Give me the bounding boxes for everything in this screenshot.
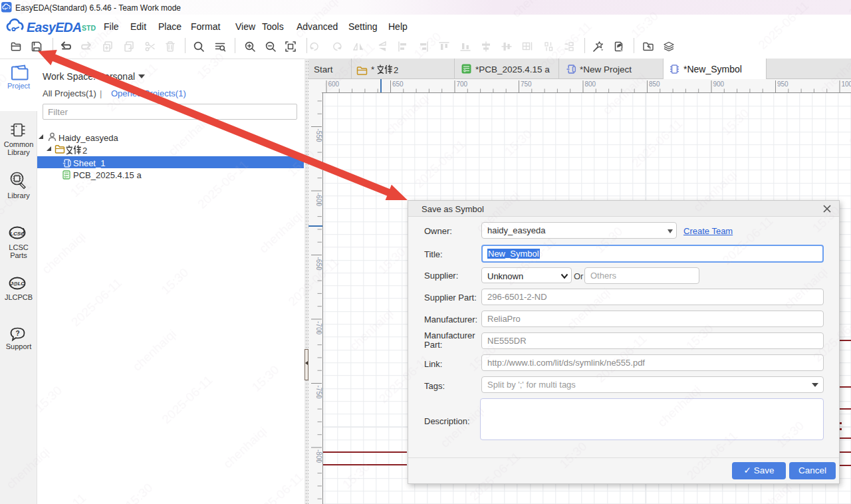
svg-text:-750: -750 xyxy=(315,386,322,399)
svg-text:700: 700 xyxy=(457,80,468,88)
svg-text:LCSC: LCSC xyxy=(10,231,25,237)
svg-text:800: 800 xyxy=(585,80,596,88)
svg-text:-800: -800 xyxy=(315,449,322,463)
svg-text:850: 850 xyxy=(649,80,660,88)
svg-text:-650: -650 xyxy=(315,257,322,271)
svg-text:J@LC: J@LC xyxy=(10,281,25,287)
svg-text:650: 650 xyxy=(392,80,404,88)
svg-text:-700: -700 xyxy=(315,321,322,334)
svg-text:?: ? xyxy=(15,330,19,337)
svg-text:750: 750 xyxy=(521,80,532,88)
svg-text:1000: 1000 xyxy=(842,80,851,88)
svg-text:2: 2 xyxy=(82,146,87,156)
svg-text:-600: -600 xyxy=(315,193,322,206)
svg-text:-550: -550 xyxy=(315,129,322,142)
svg-text:900: 900 xyxy=(713,80,725,88)
svg-text:600: 600 xyxy=(328,80,340,88)
svg-text:950: 950 xyxy=(777,80,789,88)
svg-text:2: 2 xyxy=(394,65,398,75)
